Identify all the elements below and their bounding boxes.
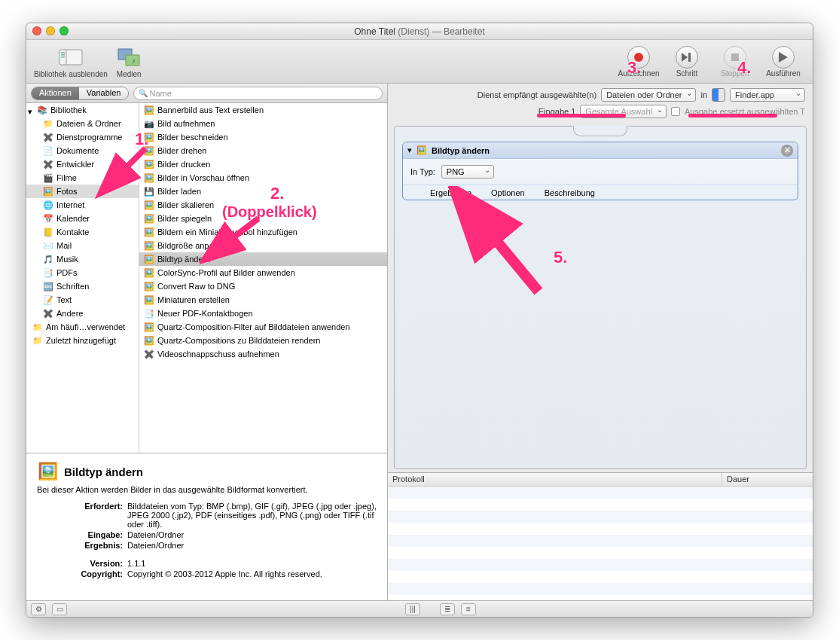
library-item[interactable]: 📑PDFs (26, 266, 139, 279)
category-icon: ✖️ (43, 159, 53, 169)
step-button[interactable]: Schritt (665, 46, 709, 78)
info-pane: 🖼️ Bildtyp ändern Bei dieser Aktion werd… (26, 453, 387, 600)
library-item[interactable]: 📁Dateien & Ordner (26, 117, 139, 130)
action-icon: 🖼️ (144, 267, 154, 278)
search-input[interactable]: 🔍 Name (133, 87, 383, 100)
log-view-button[interactable]: ≣ (440, 603, 455, 615)
category-icon: ✉️ (43, 240, 53, 251)
action-list[interactable]: 🖼️Bannerbild aus Text erstellen📷Bild auf… (139, 103, 387, 453)
category-icon: 📅 (43, 213, 53, 224)
action-item[interactable]: 🖼️Bildtyp ändern (139, 252, 387, 266)
library-item[interactable]: 🔤Schriften (26, 279, 139, 293)
receives-label: Dienst empfängt ausgewählte(n) (477, 90, 596, 99)
hide-library-button[interactable]: Bibliothek ausblenden (34, 45, 108, 78)
action-item[interactable]: 📷Bild aufnehmen (139, 117, 387, 130)
library-item[interactable]: ✖️Entwickler (26, 157, 139, 171)
library-tabs[interactable]: Aktionen Variablen (31, 87, 129, 100)
library-item[interactable]: 📅Kalender (26, 212, 139, 225)
action-item[interactable]: 🖼️Quartz-Composition-Filter auf Bilddate… (139, 320, 387, 334)
toolbar: Bibliothek ausblenden ♪ Medien Aufzeichn… (26, 40, 813, 84)
library-item[interactable]: 📄Dokumente (26, 144, 139, 157)
media-button[interactable]: ♪ Medien (117, 45, 142, 78)
action-icon: 🖼️ (144, 159, 154, 169)
remove-step-button[interactable]: ✕ (781, 145, 793, 157)
action-icon: 📷 (144, 118, 154, 129)
library-tree[interactable]: ▾ 📚 Bibliothek 📁Dateien & Ordner✖️Dienst… (26, 103, 139, 453)
library-item[interactable]: 🌐Internet (26, 198, 139, 212)
action-item[interactable]: 🖼️Bannerbild aus Text erstellen (139, 103, 387, 117)
library-item[interactable]: ✉️Mail (26, 239, 139, 252)
action-item[interactable]: 💾Bilder laden (139, 185, 387, 198)
action-item[interactable]: ✖️Videoschnappschuss aufnehmen (139, 347, 387, 361)
columns-icon[interactable]: ||| (405, 603, 420, 615)
action-icon: 🖼️ (144, 132, 154, 142)
replace-checkbox[interactable] (671, 107, 680, 116)
action-item[interactable]: 🖼️Bilder drucken (139, 157, 387, 171)
action-icon: 🖼️ (144, 105, 154, 115)
action-icon: 🖼️ (144, 281, 154, 291)
action-item[interactable]: 🖼️Convert Raw to DNG (139, 279, 387, 293)
search-placeholder: Name (149, 89, 171, 98)
smart-folder-icon: 📁 (32, 322, 43, 332)
smart-folder-icon: 📁 (32, 335, 43, 346)
receives-select[interactable]: Dateien oder Ordner (601, 88, 696, 102)
action-item[interactable]: 🖼️Bilder beschneiden (139, 130, 387, 144)
library-smart-item[interactable]: 📁Zuletzt hinzugefügt (26, 334, 139, 347)
toggle-info-button[interactable]: ▭ (52, 603, 67, 615)
step-tab-results[interactable]: Ergebnisse (430, 188, 471, 197)
variables-view-button[interactable]: ≡ (461, 603, 476, 615)
step-tab-options[interactable]: Optionen (491, 188, 525, 197)
tab-variables[interactable]: Variablen (79, 87, 129, 99)
library-item[interactable]: 🎵Musik (26, 252, 139, 266)
library-item[interactable]: 🎬Filme (26, 171, 139, 185)
media-icon: ♪ (117, 45, 141, 69)
library-root[interactable]: ▾ 📚 Bibliothek (26, 103, 139, 117)
record-button[interactable]: Aufzeichnen (617, 46, 661, 78)
svg-text:♪: ♪ (132, 56, 136, 65)
library-smart-item[interactable]: 📁Am häufi…verwendet (26, 320, 139, 334)
library-icon (59, 45, 83, 69)
category-icon: ✖️ (43, 132, 53, 142)
action-item[interactable]: 🖼️Bilder skalieren (139, 198, 387, 212)
svg-marker-8 (682, 53, 688, 62)
library-item[interactable]: ✖️Dienstprogramme (26, 130, 139, 144)
action-item[interactable]: 🖼️Quartz-Compositions zu Bilddateien ren… (139, 334, 387, 347)
zoom-window-button[interactable] (59, 26, 69, 35)
library-item[interactable]: 🖼️Fotos (26, 185, 139, 198)
search-icon: 🔍 (139, 89, 148, 97)
category-icon: 📁 (43, 118, 53, 129)
action-item[interactable]: 📑Neuer PDF-Kontaktbogen (139, 307, 387, 320)
replace-label: Ausgabe ersetzt ausgewählten T (685, 107, 805, 116)
category-icon: 📒 (43, 227, 53, 237)
disclosure-triangle-icon[interactable]: ▾ (28, 107, 34, 113)
app-select[interactable]: Finder.app (730, 88, 805, 102)
category-icon: 📑 (43, 267, 53, 278)
action-item[interactable]: 🖼️Bildern ein Miniatursymbol hinzufügen (139, 225, 387, 239)
action-item[interactable]: 🖼️Miniaturen erstellen (139, 293, 387, 307)
action-item[interactable]: 🖼️Bilder drehen (139, 144, 387, 157)
action-item[interactable]: 🖼️ColorSync-Profil auf Bilder anwenden (139, 266, 387, 279)
workflow-canvas[interactable]: ▾ 🖼️ Bildtyp ändern ✕ In Typ: PNG Ergebn… (394, 126, 807, 469)
stop-button[interactable]: Stoppen (713, 46, 757, 78)
library-item[interactable]: 📒Kontakte (26, 225, 139, 239)
step-tab-description[interactable]: Beschreibung (545, 188, 595, 197)
tab-actions[interactable]: Aktionen (32, 87, 79, 99)
gear-menu-button[interactable]: ⚙ (31, 603, 46, 615)
action-item[interactable]: 🖼️Bilder spiegeln (139, 212, 387, 225)
intype-select[interactable]: PNG (441, 165, 494, 179)
library-item[interactable]: 📝Text (26, 293, 139, 307)
action-icon: 🖼️ (416, 145, 427, 156)
run-button[interactable]: Ausführen (761, 46, 805, 78)
close-window-button[interactable] (32, 26, 41, 35)
workflow-step-bildtyp[interactable]: ▾ 🖼️ Bildtyp ändern ✕ In Typ: PNG Ergebn… (402, 142, 798, 200)
action-item[interactable]: 🖼️Bildgröße anpassen (139, 239, 387, 252)
action-icon: 🖼️ (144, 240, 154, 251)
minimize-window-button[interactable] (46, 26, 55, 35)
disclosure-triangle-icon[interactable]: ▾ (407, 145, 412, 155)
library-icon: 📚 (37, 105, 47, 115)
log-col-protokoll[interactable]: Protokoll (388, 473, 722, 486)
action-item[interactable]: 🖼️Bilder in Vorschau öffnen (139, 171, 387, 185)
log-col-dauer[interactable]: Dauer (722, 473, 813, 486)
in-label: in (700, 90, 707, 99)
library-item[interactable]: ✖️Andere (26, 307, 139, 320)
